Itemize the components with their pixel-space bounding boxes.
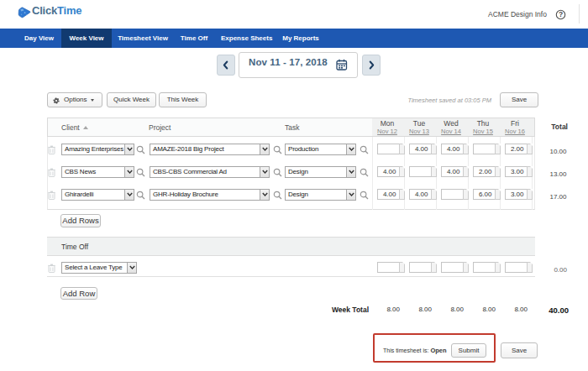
svg-text:?: ? [559, 10, 563, 18]
